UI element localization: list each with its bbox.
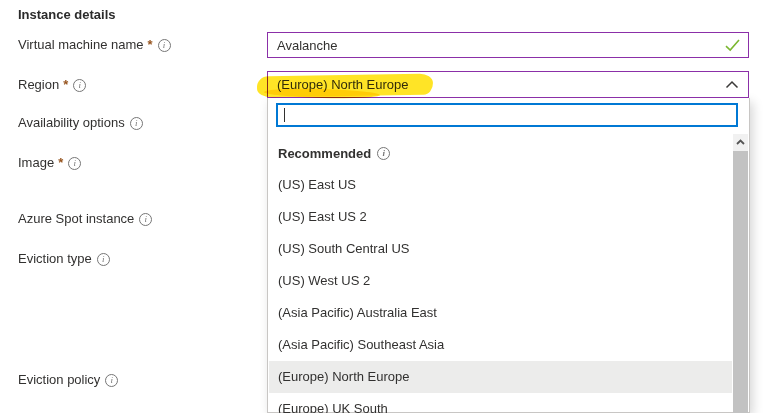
info-icon[interactable]: i — [73, 79, 86, 92]
label-eviction-policy: Eviction policy i — [18, 372, 118, 388]
label-virtual-machine-name: Virtual machine name * i — [18, 37, 171, 53]
label-azure-spot-instance: Azure Spot instance i — [18, 211, 152, 227]
option-europe-uk-south[interactable]: (Europe) UK South — [269, 393, 732, 413]
field-label-text: Image — [18, 155, 54, 171]
option-group-recommended: Recommended i — [269, 137, 732, 169]
info-icon[interactable]: i — [105, 374, 118, 387]
label-eviction-type: Eviction type i — [18, 251, 110, 267]
scrollbar-thumb[interactable] — [733, 151, 748, 413]
label-image: Image * i — [18, 155, 81, 171]
option-asia-pacific-australia-east[interactable]: (Asia Pacific) Australia East — [269, 297, 732, 329]
dropdown-search-box — [276, 103, 738, 127]
field-label-text: Eviction type — [18, 251, 92, 267]
region-dropdown-panel: Recommended i (US) East US (US) East US … — [267, 98, 750, 413]
option-us-south-central-us[interactable]: (US) South Central US — [269, 233, 732, 265]
region-dropdown[interactable]: (Europe) North Europe — [267, 71, 749, 98]
region-options-list: Recommended i (US) East US (US) East US … — [269, 137, 732, 413]
option-europe-north-europe[interactable]: (Europe) North Europe — [269, 361, 732, 393]
virtual-machine-name-field — [267, 32, 749, 58]
page-title: Instance details — [18, 7, 116, 22]
chevron-up-icon — [725, 80, 748, 89]
info-icon[interactable]: i — [377, 147, 390, 160]
field-label-text: Azure Spot instance — [18, 211, 134, 227]
info-icon[interactable]: i — [68, 157, 81, 170]
option-us-west-us-2[interactable]: (US) West US 2 — [269, 265, 732, 297]
text-cursor — [284, 108, 285, 122]
label-availability-options: Availability options i — [18, 115, 143, 131]
scrollbar[interactable] — [733, 134, 748, 412]
region-selected-value: (Europe) North Europe — [277, 77, 725, 92]
chevron-up-icon — [736, 139, 745, 145]
virtual-machine-name-input[interactable] — [268, 33, 725, 57]
group-label-text: Recommended — [278, 146, 371, 161]
required-asterisk: * — [148, 37, 153, 53]
scrollbar-up-button[interactable] — [733, 134, 748, 150]
required-asterisk: * — [63, 77, 68, 93]
dropdown-search-input[interactable] — [278, 105, 736, 125]
info-icon[interactable]: i — [139, 213, 152, 226]
option-us-east-us-2[interactable]: (US) East US 2 — [269, 201, 732, 233]
valid-check-icon — [725, 39, 748, 52]
option-asia-pacific-southeast-asia[interactable]: (Asia Pacific) Southeast Asia — [269, 329, 732, 361]
required-asterisk: * — [58, 155, 63, 171]
label-region: Region * i — [18, 77, 86, 93]
option-us-east-us[interactable]: (US) East US — [269, 169, 732, 201]
field-label-text: Eviction policy — [18, 372, 100, 388]
field-label-text: Availability options — [18, 115, 125, 131]
info-icon[interactable]: i — [97, 253, 110, 266]
info-icon[interactable]: i — [158, 39, 171, 52]
info-icon[interactable]: i — [130, 117, 143, 130]
field-label-text: Region — [18, 77, 59, 93]
field-label-text: Virtual machine name — [18, 37, 144, 53]
